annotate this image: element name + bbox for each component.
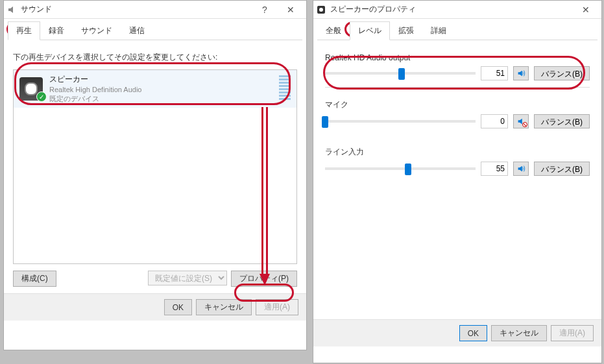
section-title: マイク [325,99,590,110]
mute-button-output[interactable] [513,66,529,80]
ok-button[interactable]: OK [459,325,487,341]
close-button[interactable]: ✕ [573,1,599,18]
cancel-button[interactable]: キャンセル [196,299,252,315]
speaker-properties-window: スピーカーのプロパティ ✕ 全般 レベル 拡張 詳細 Realtek HD Au… [313,0,602,363]
level-section-output: Realtek HD Audio output バランス(B) [325,53,590,88]
tab-enhancements[interactable]: 拡張 [390,21,422,40]
help-button[interactable]: ? [252,1,278,18]
volume-value-linein[interactable] [481,162,508,176]
svg-point-1 [319,8,323,12]
volume-slider-linein[interactable] [325,162,476,175]
close-button[interactable]: ✕ [278,1,304,18]
window-title: サウンド [21,4,252,15]
balance-button-linein[interactable]: バランス(B) [534,162,590,176]
titlebar[interactable]: スピーカーのプロパティ ✕ [313,1,601,19]
device-item-speaker[interactable]: ✓ スピーカー Realtek High Definition Audio 既定… [14,70,296,108]
instruction-text: 下の再生デバイスを選択してその設定を変更してください: [13,52,297,63]
muted-icon [522,122,527,127]
tab-levels[interactable]: レベル [350,21,390,40]
tab-advanced[interactable]: 詳細 [422,21,455,40]
tabs: 全般 レベル 拡張 詳細 [313,19,601,40]
cancel-button[interactable]: キャンセル [491,325,547,341]
device-status: 既定のデバイス [49,94,279,103]
tab-playback[interactable]: 再生 [8,21,40,40]
dialog-buttons: OK キャンセル 適用(A) [313,319,601,346]
configure-button[interactable]: 構成(C) [13,271,56,287]
tab-general[interactable]: 全般 [317,21,350,40]
tab-sounds[interactable]: サウンド [73,21,121,40]
speaker-icon [316,5,326,15]
level-section-mic: マイク バランス(B) [325,99,590,135]
device-name: スピーカー [49,75,279,85]
sound-window: サウンド ? ✕ 再生 録音 サウンド 通信 下の再生デバイスを選択してその設定… [3,0,307,350]
sound-icon [6,5,17,15]
balance-button-mic[interactable]: バランス(B) [534,114,590,128]
default-check-icon: ✓ [36,91,47,102]
device-driver: Realtek High Definition Audio [49,85,279,94]
tabs: 再生 録音 サウンド 通信 [4,19,306,40]
volume-value-mic[interactable] [481,114,508,128]
titlebar[interactable]: サウンド ? ✕ [4,1,306,19]
section-title: Realtek HD Audio output [325,53,590,62]
volume-value-output[interactable] [481,66,508,80]
tab-communications[interactable]: 通信 [121,21,153,40]
level-meter-icon [279,75,291,103]
section-title: ライン入力 [325,147,590,158]
dialog-buttons: OK キャンセル 適用(A) [4,293,306,321]
mute-button-linein[interactable] [513,162,529,176]
properties-button[interactable]: プロパティ(P) [231,271,297,287]
apply-button[interactable]: 適用(A) [256,299,298,315]
level-section-linein: ライン入力 バランス(B) [325,147,590,182]
device-list[interactable]: ✓ スピーカー Realtek High Definition Audio 既定… [13,69,297,264]
mute-button-mic[interactable] [513,114,529,128]
set-default-dropdown[interactable]: 既定値に設定(S) [148,271,227,285]
volume-slider-mic[interactable] [325,115,476,128]
tab-recording[interactable]: 録音 [40,21,73,40]
balance-button-output[interactable]: バランス(B) [534,66,590,80]
apply-button[interactable]: 適用(A) [551,325,594,341]
ok-button[interactable]: OK [164,299,192,315]
window-title: スピーカーのプロパティ [330,4,573,15]
volume-slider-output[interactable] [325,67,476,80]
